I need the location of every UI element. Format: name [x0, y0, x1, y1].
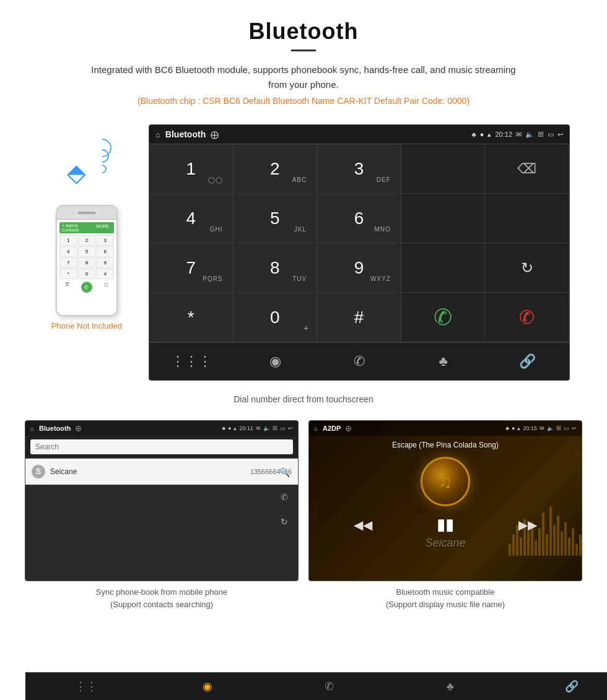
dial-key-0[interactable]: 0+ [234, 293, 318, 342]
phone-key[interactable]: 5 [78, 246, 96, 257]
pb-cam-icon: ✉ [256, 425, 261, 431]
bluetooth-status-icon: ♣ [472, 131, 476, 138]
nav-phone-icon[interactable]: ✆ [317, 343, 401, 380]
dial-key-8[interactable]: 8TUV [234, 243, 318, 293]
nav-link-icon[interactable]: 🔗 [485, 343, 569, 380]
call-button-red[interactable]: ✆ [485, 293, 569, 342]
phone-keypad: 1 2 3 4 5 6 7 8 9 * 0 # [59, 235, 114, 279]
nav-contacts-icon[interactable]: ◉ [234, 343, 318, 380]
close-icon[interactable]: ☒ [538, 131, 544, 139]
dialpad-status-bar: ⌂ Bluetooth ⨁ ♣ ● ▴ 20:12 ✉ 🔈 ☒ ▭ ↩ [149, 125, 569, 144]
next-track-button[interactable]: ▶▶ [518, 517, 537, 532]
mu-time: 20:15 [523, 425, 537, 431]
pb-status-left: ⌂ Bluetooth ⨁ [30, 425, 81, 432]
usb-icon: ⨁ [211, 130, 219, 139]
android-dialpad-screen: ⌂ Bluetooth ⨁ ♣ ● ▴ 20:12 ✉ 🔈 ☒ ▭ ↩ 1◯◯ … [149, 124, 570, 381]
music-caption: Bluetooth music compatible(Support displ… [386, 586, 505, 610]
dial-key-star[interactable]: * [149, 293, 234, 342]
phone-top-bar [57, 206, 116, 220]
bottom-panels: ⌂ Bluetooth ⨁ ♣ ● ▴ 20:11 ✉ 🔈 ☒ ▭ ↩ [0, 420, 607, 629]
dial-key-9[interactable]: 9WXYZ [317, 243, 401, 293]
dial-key-2[interactable]: 2ABC [234, 144, 318, 194]
nav-dialpad-icon[interactable]: ⋮⋮⋮ [149, 343, 234, 380]
mu-vol-icon: 🔈 [547, 425, 554, 431]
dial-backspace[interactable]: ⌫ [485, 144, 569, 194]
dial-empty-1 [401, 144, 486, 194]
pb-contact-avatar: S [32, 465, 45, 478]
subtitle-text: Integrated with BC6 Bluetooth module, su… [87, 63, 520, 92]
pb-back-icon[interactable]: ↩ [288, 425, 293, 431]
phone-key[interactable]: 8 [78, 257, 96, 268]
pb-contact-row: S Seicane 13566664466 [25, 459, 298, 485]
bluetooth-symbol-icon: ⬘ [67, 158, 86, 187]
dial-key-7[interactable]: 7PQRS [149, 243, 234, 293]
play-pause-button[interactable]: ▮▮ [437, 515, 454, 534]
seicane-watermark: Seicane [425, 537, 465, 550]
dial-key-6[interactable]: 6MNO [317, 194, 401, 243]
dial-key-1[interactable]: 1◯◯ [149, 144, 234, 194]
dial-refresh[interactable]: ↻ [485, 243, 569, 293]
phone-key[interactable]: 9 [96, 257, 114, 268]
phone-key[interactable]: * [59, 269, 77, 279]
pb-search-btn[interactable]: 🔍 [274, 462, 294, 482]
dial-empty-2 [401, 194, 486, 243]
mu-signal-icon: ● [512, 425, 515, 431]
music-album-art: ♫ [421, 457, 470, 506]
dial-key-4[interactable]: 4GHI [149, 194, 234, 243]
pb-phone-btn[interactable]: ✆ [274, 487, 294, 507]
pb-contact-name: Seicane [50, 467, 250, 476]
phone-key[interactable]: 7 [59, 257, 77, 268]
pb-content: S Seicane 13566664466 🔍 ✆ ↻ [25, 459, 298, 485]
chip-info: (Bluetooth chip : CSR BC6 Default Blueto… [12, 96, 595, 106]
window-icon[interactable]: ▭ [548, 131, 554, 139]
pb-status-icons: ♣ ● ▴ 20:11 ✉ 🔈 ☒ ▭ ↩ [222, 425, 293, 431]
pb-search-bar [25, 436, 298, 459]
pb-win-icon[interactable]: ▭ [280, 425, 286, 431]
dial-caption: Dial number direct from touchscreen [0, 391, 607, 408]
music-note-icon: ♫ [439, 471, 453, 492]
phone-key[interactable]: 3 [96, 235, 114, 246]
pb-search-input[interactable] [30, 439, 293, 454]
pb-close-icon[interactable]: ☒ [273, 425, 277, 431]
music-bg: ⌂ A2DP ⨁ ♣ ● ▴ 20:15 ✉ 🔈 ☒ ▭ ↩ [309, 421, 582, 581]
pb-sync-btn[interactable]: ↻ [274, 512, 294, 532]
mu-win-icon[interactable]: ▭ [564, 425, 569, 431]
status-left: ⌂ Bluetooth ⨁ [155, 129, 219, 139]
phone-key[interactable]: 4 [59, 246, 77, 257]
dial-key-hash[interactable]: # [317, 293, 401, 342]
prev-track-button[interactable]: ◀◀ [354, 517, 372, 532]
mu-wifi-icon: ▴ [517, 425, 520, 431]
bluetooth-icon-area: ⬘ [62, 149, 111, 199]
status-right: ♣ ● ▴ 20:12 ✉ 🔈 ☒ ▭ ↩ [472, 131, 563, 139]
call-button-green[interactable]: ✆ [401, 293, 486, 342]
dialpad-grid: 1◯◯ 2ABC 3DEF ⌫ 4GHI 5JKL 6MNO 7PQRS 8TU… [149, 144, 569, 342]
music-song-title: Escape (The Pina Colada Song) [309, 436, 582, 452]
phone-screen: + Add to ContactsMORE 1 2 3 4 5 6 7 8 9 … [57, 220, 116, 315]
pb-vol-icon: 🔈 [263, 425, 270, 431]
phone-key[interactable]: # [96, 269, 114, 279]
dial-empty-4 [401, 243, 486, 293]
phone-key[interactable]: 1 [59, 235, 77, 246]
music-panel: ⌂ A2DP ⨁ ♣ ● ▴ 20:15 ✉ 🔈 ☒ ▭ ↩ [308, 420, 582, 610]
nav-bluetooth-icon[interactable]: ♣ [401, 343, 486, 380]
phone-key[interactable]: 6 [96, 246, 114, 257]
phonebook-screen: ⌂ Bluetooth ⨁ ♣ ● ▴ 20:11 ✉ 🔈 ☒ ▭ ↩ [25, 420, 299, 581]
phone-not-included-label: Phone Not Included [51, 321, 122, 331]
signal-status-icon: ▴ [487, 131, 491, 139]
music-screen-title: A2DP [323, 425, 341, 432]
phone-bottom-row: ☰ ✆ ◻ [59, 282, 114, 293]
phone-key[interactable]: 0 [78, 269, 96, 279]
main-content: ⬘ + Add to ContactsMORE 1 2 3 4 [0, 124, 607, 381]
phone-speaker [77, 212, 96, 214]
phone-call-button[interactable]: ✆ [81, 282, 92, 293]
music-controls: ◀◀ ▮▮ ▶▶ [309, 511, 582, 538]
page-title: Bluetooth [12, 19, 595, 45]
phone-key[interactable]: 2 [78, 235, 96, 246]
dial-key-3[interactable]: 3DEF [317, 144, 401, 194]
mu-close-icon[interactable]: ☒ [556, 425, 561, 431]
dial-key-5[interactable]: 5JKL [234, 194, 318, 243]
mu-back-icon[interactable]: ↩ [572, 425, 577, 431]
home-icon[interactable]: ⌂ [155, 130, 160, 139]
mu-bt-icon: ♣ [505, 425, 509, 431]
back-icon[interactable]: ↩ [557, 131, 563, 139]
